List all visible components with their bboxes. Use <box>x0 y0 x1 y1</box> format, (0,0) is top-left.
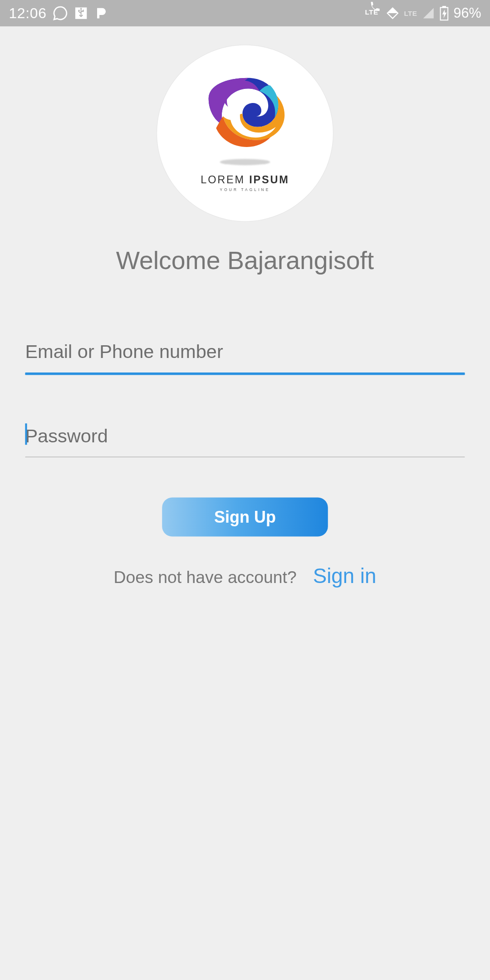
signin-link[interactable]: Sign in <box>313 564 377 588</box>
password-field-wrap <box>25 415 465 457</box>
screen-content: LOREM IPSUM YOUR TAGLINE Welcome Bajaran… <box>0 26 490 588</box>
footer-row: Does not have account? Sign in <box>25 564 465 588</box>
app-logo: LOREM IPSUM YOUR TAGLINE <box>157 45 333 221</box>
logo-tagline: YOUR TAGLINE <box>201 188 289 191</box>
pandora-icon <box>94 6 108 20</box>
signup-form: Sign Up Does not have account? Sign in <box>25 331 465 588</box>
email-field[interactable] <box>25 338 465 373</box>
whatsapp-icon <box>53 5 68 20</box>
status-bar: 12:06 LTE LTE 96% <box>0 0 490 26</box>
page-title: Welcome Bajarangisoft <box>116 246 374 274</box>
email-field-wrap <box>25 331 465 375</box>
volte-call-icon: LTE <box>368 0 381 25</box>
logo-line-a: LOREM <box>201 174 249 186</box>
signup-button[interactable]: Sign Up <box>162 498 328 537</box>
status-right: LTE LTE 96% <box>368 0 481 25</box>
password-underline <box>25 456 465 457</box>
password-field[interactable] <box>25 421 465 456</box>
svg-rect-3 <box>442 6 446 8</box>
signal-icon <box>422 7 435 20</box>
email-underline <box>25 372 465 375</box>
status-time: 12:06 <box>9 5 46 21</box>
footer-prompt: Does not have account? <box>114 568 297 588</box>
battery-percentage: 96% <box>454 5 481 21</box>
diamond-icon <box>387 7 399 20</box>
lte-label: LTE <box>404 10 417 17</box>
logo-shadow <box>220 159 270 165</box>
logo-text: LOREM IPSUM YOUR TAGLINE <box>201 174 289 192</box>
logo-line-b: IPSUM <box>249 174 289 186</box>
text-cursor <box>25 423 27 445</box>
usb-icon <box>74 6 88 20</box>
svg-point-1 <box>80 8 82 9</box>
battery-charging-icon <box>440 5 448 20</box>
status-left: 12:06 <box>9 5 108 21</box>
swirl-icon <box>204 75 286 150</box>
